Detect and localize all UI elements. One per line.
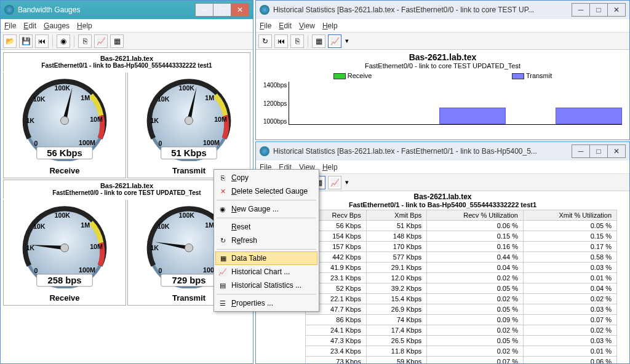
svg-text:1M: 1M (81, 221, 90, 229)
save-icon[interactable]: 💾 (19, 34, 33, 48)
chart-icon[interactable]: 📈 (328, 176, 341, 189)
open-icon[interactable]: 📂 (3, 34, 17, 48)
menu-help[interactable]: Help (322, 22, 338, 30)
menu-view[interactable]: View (299, 22, 315, 30)
separator (217, 294, 316, 295)
table-row[interactable]: 86 Kbps74 Kbps0.09 %0.07 % (306, 315, 617, 325)
maximize-button[interactable]: □ (589, 3, 608, 17)
menu-help[interactable]: Help (77, 22, 92, 30)
gauge-icon: ◉ (218, 204, 228, 214)
close-button[interactable]: ✕ (231, 3, 249, 17)
ctx-properties[interactable]: ☰Properties ... (215, 296, 317, 310)
refresh-icon[interactable]: ↻ (258, 34, 272, 48)
copy-icon[interactable]: ⎘ (290, 34, 304, 48)
gauge-subheader: FastEthernet0/1 - link to Bas-Hp5400_555… (4, 62, 250, 69)
table-row[interactable]: 56 Kbps51 Kbps0.06 %0.05 % (306, 221, 617, 231)
chart-icon[interactable]: 📈 (328, 34, 341, 48)
gauge-side-label: Receive (6, 293, 123, 303)
window-title: Bandwidth Gauges (18, 6, 196, 14)
chart-icon[interactable]: 📈 (94, 34, 108, 48)
app-icon (260, 146, 269, 156)
table-icon: ▦ (218, 253, 228, 263)
menu-edit[interactable]: Edit (279, 22, 292, 30)
col-xmit-bps[interactable]: Xmit Bps (366, 210, 427, 221)
table-row[interactable]: 47.3 Kbps26.5 Kbps0.05 %0.03 % (306, 336, 617, 346)
table-row[interactable]: 41.9 Kbps29.1 Kbps0.04 %0.03 % (306, 263, 617, 273)
table-row[interactable]: 154 Kbps148 Kbps0.15 %0.15 % (306, 231, 617, 242)
svg-text:0: 0 (34, 267, 38, 274)
ctx-new-gauge[interactable]: ◉New Gauge ... (215, 202, 317, 216)
minimize-button[interactable]: ─ (195, 3, 213, 17)
rewind-icon[interactable]: ⏮ (274, 34, 288, 48)
table-row[interactable]: 52 Kbps39.2 Kbps0.05 %0.04 % (306, 283, 617, 294)
close-button[interactable]: ✕ (607, 144, 626, 158)
gauge-receive[interactable]: 0 1K 10K 100K 1M 10M 100M 56 Kbps Receiv… (3, 73, 126, 178)
ctx-delete[interactable]: ✕Delete Selected Gauge (215, 184, 317, 198)
overview-icon[interactable]: ◉ (57, 34, 70, 48)
delete-icon: ✕ (218, 186, 228, 196)
svg-text:1K: 1K (150, 117, 159, 124)
table-row[interactable]: 24.1 Kbps17.4 Kbps0.02 %0.02 % (306, 325, 617, 336)
svg-point-21 (185, 117, 193, 125)
svg-text:10K: 10K (158, 223, 170, 230)
chart-icon: 📈 (218, 267, 228, 277)
svg-point-45 (185, 244, 193, 252)
chart-title: Bas-2621.lab.tex (263, 52, 622, 62)
svg-text:10K: 10K (33, 223, 46, 230)
table-row[interactable]: 23.4 Kbps11.8 Kbps0.02 %0.01 % (306, 346, 617, 357)
menu-gauges[interactable]: Gauges (44, 22, 70, 30)
svg-text:1K: 1K (26, 117, 34, 124)
rewind-icon[interactable]: ⏮ (35, 34, 49, 48)
svg-text:100M: 100M (203, 139, 220, 146)
window-title: Historical Statistics [Bas-2621.lab.tex … (273, 147, 572, 156)
chart-subtitle: FastEthernet0/0 - link to core TEST UPDA… (263, 62, 622, 69)
menu-help[interactable]: Help (322, 163, 338, 172)
gauge-side-label: Receive (6, 166, 123, 175)
ctx-historical-chart[interactable]: 📈Historical Chart ... (215, 265, 317, 279)
ctx-data-table[interactable]: ▦Data Table (215, 251, 317, 265)
table-row[interactable]: 47.7 Kbps26.9 Kbps0.05 %0.03 % (306, 304, 617, 315)
minimize-button[interactable]: ─ (572, 144, 590, 158)
copy-icon: ⎘ (218, 173, 228, 183)
legend-receive: Receive (333, 72, 372, 79)
gauge-header: Bas-2621.lab.tex (4, 182, 250, 189)
properties-icon: ☰ (218, 298, 228, 308)
table-row[interactable]: 23.1 Kbps12.0 Kbps0.02 %0.01 % (306, 273, 617, 283)
app-icon (4, 5, 14, 15)
chart-dropdown-icon[interactable]: ▾ (344, 178, 349, 186)
gauge-header: Bas-2621.lab.tex (4, 55, 250, 62)
svg-text:10K: 10K (33, 95, 46, 103)
menu-file[interactable]: File (260, 22, 271, 30)
ctx-refresh[interactable]: ↻Refresh (215, 234, 317, 247)
svg-text:51 Kbps: 51 Kbps (171, 148, 207, 158)
table-row[interactable]: 73 Kbps59 Kbps0.07 %0.06 % (306, 357, 617, 364)
ytick: 1000bps (263, 118, 287, 125)
svg-text:100K: 100K (55, 212, 71, 219)
ctx-copy[interactable]: ⎘Copy (215, 171, 317, 184)
maximize-button[interactable]: □ (213, 3, 231, 17)
minimize-button[interactable]: ─ (572, 3, 590, 17)
col-xmit-util[interactable]: Xmit % Utilization (523, 210, 616, 221)
svg-text:100K: 100K (179, 212, 195, 219)
col-recv-util[interactable]: Recv % Utilization (427, 210, 524, 221)
svg-text:1M: 1M (81, 94, 90, 101)
app-icon (260, 5, 269, 15)
separator (217, 249, 316, 250)
table-row[interactable]: 442 Kbps577 Kbps0.44 %0.58 % (306, 252, 617, 263)
copy-icon[interactable]: ⎘ (78, 34, 92, 48)
table-icon[interactable]: ▦ (312, 34, 325, 48)
table-icon[interactable]: ▦ (110, 34, 124, 48)
maximize-button[interactable]: □ (589, 144, 608, 158)
close-button[interactable]: ✕ (607, 3, 626, 17)
menu-file[interactable]: File (4, 22, 16, 30)
menu-edit[interactable]: Edit (23, 22, 36, 30)
gauge-receive[interactable]: 0 1K 10K 100K 1M 10M 100M 258 bps Receiv… (3, 200, 126, 306)
svg-text:10M: 10M (214, 116, 227, 123)
svg-text:10M: 10M (90, 116, 103, 123)
gauge-transmit[interactable]: 0 1K 10K 100K 1M 10M 100M 51 Kbps Transm… (127, 73, 250, 178)
chart-dropdown-icon[interactable]: ▾ (344, 37, 349, 45)
ctx-reset[interactable]: Reset (215, 220, 317, 234)
table-row[interactable]: 157 Kbps170 Kbps0.16 %0.17 % (306, 242, 617, 252)
table-row[interactable]: 22.1 Kbps15.4 Kbps0.02 %0.02 % (306, 294, 617, 304)
ctx-historical-stats[interactable]: ▤Historical Statistics ... (215, 279, 317, 292)
